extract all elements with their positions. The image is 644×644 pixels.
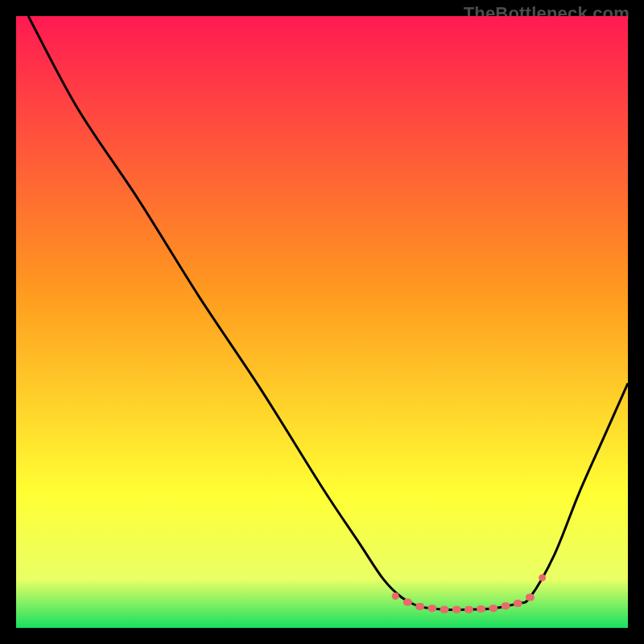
- optimal-marker: [392, 592, 399, 600]
- optimal-marker: [415, 603, 424, 610]
- gradient-background: [16, 16, 628, 628]
- optimal-marker: [452, 606, 461, 613]
- optimal-marker: [489, 605, 497, 612]
- optimal-marker: [440, 606, 449, 613]
- optimal-marker: [477, 605, 485, 613]
- optimal-marker: [427, 605, 436, 612]
- optimal-marker: [526, 594, 535, 601]
- plot-area: [16, 16, 628, 628]
- chart-frame: TheBottleneck.com: [0, 0, 644, 644]
- optimal-marker: [514, 600, 522, 607]
- chart-svg: [16, 16, 628, 628]
- optimal-marker: [464, 606, 473, 613]
- optimal-marker: [403, 599, 412, 606]
- optimal-marker: [539, 574, 546, 581]
- optimal-marker: [502, 602, 510, 609]
